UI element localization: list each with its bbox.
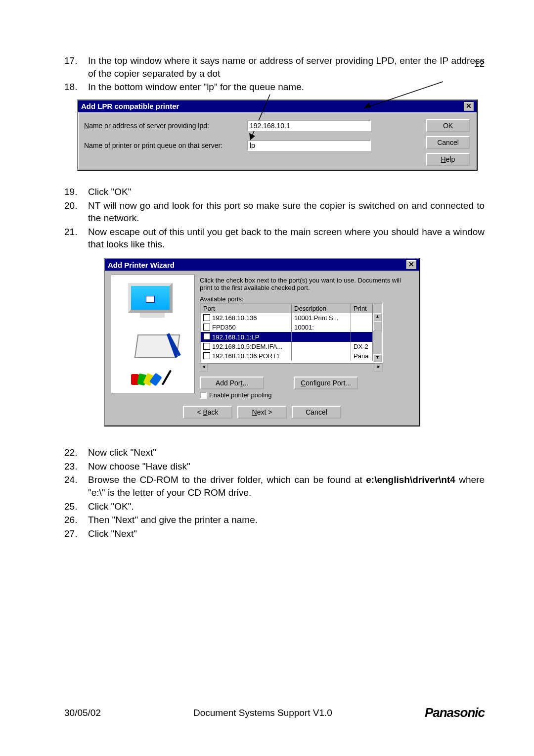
step-num: 27.: [64, 527, 88, 540]
cancel-button[interactable]: Cancel: [426, 136, 470, 149]
step-num: 21.: [64, 226, 88, 251]
lpr-dialog-wrap: Add LPR compatible printer ✕ Name or add…: [77, 99, 485, 171]
table-row[interactable]: 192.168.10.5:DEM.IFA...DX-2: [201, 342, 382, 351]
step-text: Now escape out of this until you get bac…: [88, 226, 485, 251]
available-ports-label: Available ports:: [200, 295, 413, 303]
server-label: Name or address of server providing lpd:: [84, 122, 247, 130]
port-checkbox[interactable]: [203, 333, 210, 340]
server-address-input[interactable]: [247, 120, 371, 131]
step-num: 19.: [64, 186, 88, 198]
step-text: In the bottom window enter "lp" for the …: [88, 81, 485, 94]
wizard-image: [111, 275, 195, 393]
port-checkbox[interactable]: [203, 352, 210, 359]
queue-label: Name of printer or print queue on that s…: [84, 142, 247, 149]
wizard-title-bar: Add Printer Wizard ✕: [105, 259, 419, 271]
brand-logo: Panasonic: [425, 705, 485, 720]
scroll-up-icon[interactable]: ▲: [373, 313, 382, 321]
step-text: NT will now go and look for this port so…: [88, 199, 485, 225]
wizard-title: Add Printer Wizard: [108, 261, 175, 269]
step-text: Now choose "Have disk": [88, 460, 485, 473]
port-checkbox[interactable]: [203, 324, 210, 331]
lpr-dialog: Add LPR compatible printer ✕ Name or add…: [77, 99, 478, 171]
close-icon[interactable]: ✕: [406, 260, 416, 269]
help-button[interactable]: Help: [426, 153, 470, 166]
ports-listbox[interactable]: Port Description Print 192.168.10.136100…: [200, 303, 383, 363]
cancel-button[interactable]: Cancel: [292, 406, 341, 419]
step-num: 17.: [64, 54, 88, 80]
step-text: Then "Next" and give the printer a name.: [88, 514, 485, 526]
footer-center: Document Systems Support V1.0: [193, 708, 332, 718]
steps-a: 17.In the top window where it says name …: [64, 54, 485, 94]
step-text: Now click "Next": [88, 446, 485, 459]
scroll-thumb[interactable]: [373, 321, 382, 331]
lpr-dialog-title-bar: Add LPR compatible printer ✕: [78, 100, 477, 112]
close-icon[interactable]: ✕: [464, 102, 474, 111]
step-num: 22.: [64, 446, 88, 459]
wizard-dialog-wrap: Add Printer Wizard ✕ Click the check box…: [104, 258, 485, 426]
step-text: Click "Next": [88, 527, 485, 540]
scroll-left-icon[interactable]: ◄: [200, 364, 208, 372]
footer-date: 30/05/02: [64, 708, 101, 718]
ports-header: Port Description Print: [201, 304, 382, 313]
back-button[interactable]: < Back: [183, 406, 232, 419]
step-text: In the top window where it says name or …: [88, 54, 485, 80]
step-text: Browse the CD-ROM to the driver folder, …: [88, 473, 485, 499]
col-port[interactable]: Port: [201, 304, 292, 313]
enable-pooling-checkbox[interactable]: Enable printer pooling: [200, 391, 413, 399]
table-row[interactable]: 192.168.10.1:LP: [201, 332, 382, 342]
queue-name-input[interactable]: [247, 140, 371, 151]
step-text: Click "OK": [88, 186, 485, 198]
steps-b: 19.Click "OK" 20.NT will now go and look…: [64, 186, 485, 251]
wizard-instructions: Click the check box next to the port(s) …: [200, 277, 413, 291]
step-num: 20.: [64, 199, 88, 225]
horizontal-scrollbar[interactable]: ◄ ►: [200, 363, 383, 372]
steps-c: 22.Now click "Next" 23.Now choose "Have …: [64, 446, 485, 540]
add-port-button[interactable]: Add Port...: [200, 377, 264, 389]
configure-port-button[interactable]: Configure Port...: [294, 377, 358, 389]
table-row[interactable]: 192.168.10.136:PORT1Pana: [201, 351, 382, 361]
step-num: 24.: [64, 473, 88, 499]
port-checkbox[interactable]: [203, 314, 210, 321]
wizard-dialog: Add Printer Wizard ✕ Click the check box…: [104, 258, 420, 426]
page-footer: 30/05/02 Document Systems Support V1.0 P…: [64, 705, 485, 720]
col-description[interactable]: Description: [292, 304, 351, 313]
scroll-right-icon[interactable]: ►: [375, 364, 383, 372]
port-checkbox[interactable]: [203, 343, 210, 350]
page-number: 12: [474, 58, 485, 69]
vertical-scrollbar[interactable]: ▲ ▼: [373, 313, 382, 362]
step-num: 25.: [64, 500, 88, 513]
next-button[interactable]: Next >: [237, 406, 287, 419]
col-printer[interactable]: Print: [351, 304, 373, 313]
step-num: 23.: [64, 460, 88, 473]
table-row[interactable]: 192.168.10.13610001:Print S...: [201, 313, 382, 323]
step-num: 18.: [64, 81, 88, 94]
lpr-dialog-title: Add LPR compatible printer: [81, 102, 179, 110]
table-row[interactable]: FPD35010001:: [201, 323, 382, 332]
step-text: Click "OK".: [88, 500, 485, 513]
ok-button[interactable]: OK: [426, 119, 470, 132]
step-num: 26.: [64, 514, 88, 526]
scroll-down-icon[interactable]: ▼: [373, 354, 382, 362]
